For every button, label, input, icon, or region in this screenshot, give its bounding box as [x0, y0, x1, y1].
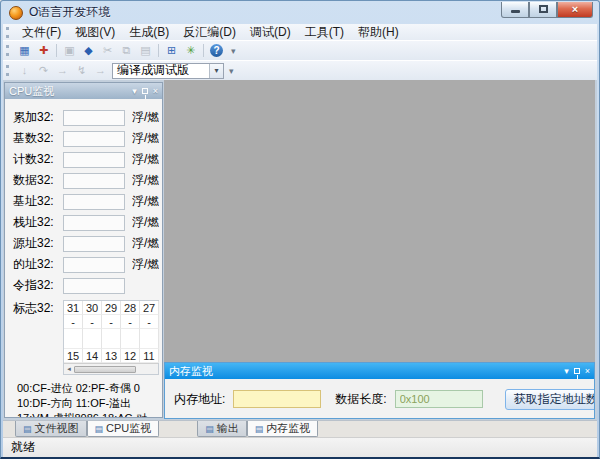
pin-icon[interactable]	[574, 368, 580, 374]
register-label: 数据32:	[13, 172, 63, 189]
output-tab-icon: ▤	[205, 424, 214, 434]
flag-bit: 11	[140, 349, 159, 363]
step-over-icon: ↷	[39, 65, 48, 76]
register-format-toggle[interactable]: 浮/燃	[132, 172, 159, 189]
toolbar-overflow-button[interactable]: ▾	[226, 66, 237, 76]
stop-debug-button[interactable]: ↯	[72, 62, 91, 79]
tab-output[interactable]: ▤ 输出	[197, 421, 247, 437]
register-format-toggle[interactable]: 浮/燃	[132, 214, 159, 231]
register-input[interactable]	[63, 257, 125, 273]
register-format-toggle[interactable]: 浮/燃	[132, 109, 159, 126]
register-format-toggle[interactable]: 浮/燃	[132, 256, 159, 273]
copy-button[interactable]: ⧉	[117, 42, 136, 59]
menu-build[interactable]: 生成(B)	[122, 24, 176, 41]
register-input[interactable]	[63, 278, 125, 294]
register-format-toggle[interactable]: 浮/燃	[132, 193, 159, 210]
paste-button[interactable]: ▤	[136, 42, 155, 59]
chevron-down-icon[interactable]: ▾	[209, 64, 223, 78]
client-area: 文件(F) 视图(V) 生成(B) 反汇编(D) 调试(D) 工具(T) 帮助(…	[3, 24, 597, 457]
build-button[interactable]: ⊞	[162, 42, 181, 59]
menubar-grip[interactable]	[6, 27, 11, 38]
new-project-button[interactable]: ✚	[34, 42, 53, 59]
view-panels-button[interactable]: ▦	[15, 42, 34, 59]
add-icon: ✚	[39, 45, 48, 56]
register-format-toggle[interactable]: 浮/燃	[132, 235, 159, 252]
toolbar-overflow-button[interactable]: ▾	[228, 46, 239, 56]
register-label: 基址32:	[13, 193, 63, 210]
legend-line: 17:VM-虚拟8086 18:AC-对	[17, 411, 162, 418]
flag-value: -	[140, 315, 159, 329]
register-format-toggle[interactable]: 浮/燃	[132, 130, 159, 147]
memory-panel-title: 内存监视	[169, 364, 213, 379]
flag-bit: 27	[140, 301, 159, 315]
dock-tab-row: ▤ 文件视图 ▤ CPU监视 ▤ 输出 ▤ 内存监视	[3, 420, 597, 437]
panel-menu-icon[interactable]: ▾	[564, 367, 569, 376]
help-button[interactable]: ?	[207, 42, 226, 59]
register-input[interactable]	[63, 173, 125, 189]
panel-close-icon[interactable]: ×	[153, 87, 158, 96]
close-button[interactable]: ×	[557, 2, 593, 18]
statusbar: 就绪	[3, 437, 597, 457]
tab-cpu-watch[interactable]: ▤ CPU监视	[87, 421, 160, 437]
continue-button[interactable]: →	[91, 62, 110, 79]
flag-bit: 29	[102, 301, 121, 315]
minimize-icon	[511, 10, 520, 13]
flag-bit: 12	[121, 349, 140, 363]
register-label: 栈址32:	[13, 214, 63, 231]
flags-bit-header-row: 15 14 13 12 11	[64, 349, 158, 363]
fetch-memory-button[interactable]: 获取指定地址数据在数据	[505, 389, 595, 410]
pin-icon[interactable]	[142, 88, 148, 94]
scroll-left-icon[interactable]: ◂	[64, 365, 74, 373]
toolbar-separator	[56, 44, 57, 57]
register-input[interactable]	[63, 194, 125, 210]
memory-panel-header: 内存监视 ▾ ×	[165, 363, 594, 379]
flag-bit: 15	[64, 349, 83, 363]
save-button[interactable]: ▣	[60, 42, 79, 59]
data-length-input[interactable]	[395, 390, 483, 408]
flags-bit-header-row: 31 30 29 28 27	[64, 301, 158, 315]
cut-button[interactable]: ✂	[98, 42, 117, 59]
flags-horizontal-scrollbar[interactable]: ◂	[64, 363, 158, 374]
compile-button[interactable]: ◆	[79, 42, 98, 59]
register-input[interactable]	[63, 215, 125, 231]
panel-close-icon[interactable]: ×	[585, 367, 590, 376]
scrollbar-thumb[interactable]	[74, 366, 136, 373]
memory-address-input[interactable]	[233, 390, 321, 408]
minimize-button[interactable]	[501, 2, 529, 18]
panel-menu-icon[interactable]: ▾	[132, 87, 137, 96]
flag-bit: 31	[64, 301, 83, 315]
register-input[interactable]	[63, 131, 125, 147]
step-out-button[interactable]: →	[53, 62, 72, 79]
cpu-watch-panel: CPU监视 ▾ × 累加32: 浮/燃 基数32:	[4, 82, 163, 418]
step-over-button[interactable]: ↷	[34, 62, 53, 79]
tab-memory-watch[interactable]: ▤ 内存监视	[247, 421, 319, 437]
maximize-button[interactable]	[529, 2, 557, 18]
tab-file-view[interactable]: ▤ 文件视图	[15, 421, 87, 437]
register-label: 的址32:	[13, 256, 63, 273]
menu-view[interactable]: 视图(V)	[68, 24, 122, 41]
paste-icon: ▤	[140, 45, 150, 56]
toolbar-grip[interactable]	[6, 45, 11, 56]
flags-grid: 31 30 29 28 27 - - - - -	[63, 300, 159, 375]
menu-debug[interactable]: 调试(D)	[243, 24, 298, 41]
copy-icon: ⧉	[123, 45, 131, 56]
toolbar-grip[interactable]	[6, 65, 11, 76]
tab-label: 输出	[217, 421, 239, 436]
register-input[interactable]	[63, 110, 125, 126]
menu-disassemble[interactable]: 反汇编(D)	[176, 24, 243, 41]
build-config-combobox[interactable]: 编译成调试版 ▾	[112, 63, 224, 79]
register-input[interactable]	[63, 152, 125, 168]
flags-legend: 00:CF-进位 02:PF-奇偶 0 10:DF-方向 11:OF-溢出 17…	[13, 381, 162, 418]
register-format-toggle[interactable]: 浮/燃	[132, 151, 159, 168]
menu-file[interactable]: 文件(F)	[15, 24, 68, 41]
flag-value	[102, 329, 121, 349]
menu-tools[interactable]: 工具(T)	[298, 24, 351, 41]
editor-area[interactable]	[164, 80, 595, 362]
legend-line: 10:DF-方向 11:OF-溢出	[17, 396, 162, 411]
flag-value	[83, 329, 102, 349]
register-input[interactable]	[63, 236, 125, 252]
menu-help[interactable]: 帮助(H)	[351, 24, 406, 41]
run-button[interactable]: ✳	[181, 42, 200, 59]
step-into-button[interactable]: ↓	[15, 62, 34, 79]
toolbar-separator	[203, 44, 204, 57]
